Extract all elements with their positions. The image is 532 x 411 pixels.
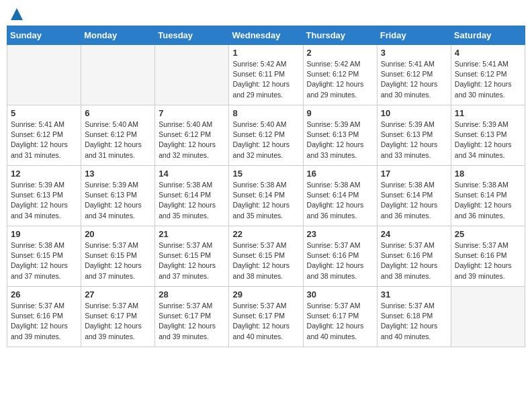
- calendar-cell: 6Sunrise: 5:40 AM Sunset: 6:12 PM Daylig…: [81, 105, 155, 166]
- calendar-cell: 9Sunrise: 5:39 AM Sunset: 6:13 PM Daylig…: [303, 105, 377, 166]
- day-info: Sunrise: 5:37 AM Sunset: 6:15 PM Dayligh…: [232, 240, 299, 281]
- day-number: 27: [85, 289, 151, 300]
- day-info: Sunrise: 5:38 AM Sunset: 6:14 PM Dayligh…: [232, 180, 299, 221]
- calendar-cell: 27Sunrise: 5:37 AM Sunset: 6:17 PM Dayli…: [81, 287, 155, 347]
- calendar-cell: 17Sunrise: 5:38 AM Sunset: 6:14 PM Dayli…: [377, 166, 451, 226]
- day-number: 9: [307, 108, 373, 118]
- day-number: 28: [159, 289, 225, 300]
- day-number: 2: [307, 48, 373, 58]
- calendar-cell: [451, 287, 525, 347]
- calendar-cell: [7, 45, 81, 105]
- day-number: 14: [159, 169, 225, 179]
- header-cell-tuesday: Tuesday: [155, 26, 229, 45]
- day-info: Sunrise: 5:39 AM Sunset: 6:13 PM Dayligh…: [307, 120, 373, 161]
- calendar-table: SundayMondayTuesdayWednesdayThursdayFrid…: [7, 26, 525, 347]
- calendar-cell: 5Sunrise: 5:41 AM Sunset: 6:12 PM Daylig…: [7, 105, 81, 166]
- day-info: Sunrise: 5:39 AM Sunset: 6:13 PM Dayligh…: [455, 120, 521, 161]
- calendar-cell: 25Sunrise: 5:37 AM Sunset: 6:16 PM Dayli…: [451, 226, 525, 287]
- day-info: Sunrise: 5:37 AM Sunset: 6:17 PM Dayligh…: [232, 301, 299, 342]
- day-number: 13: [85, 169, 151, 179]
- header-cell-wednesday: Wednesday: [229, 26, 303, 45]
- calendar-cell: 23Sunrise: 5:37 AM Sunset: 6:16 PM Dayli…: [303, 226, 377, 287]
- header-row: SundayMondayTuesdayWednesdayThursdayFrid…: [7, 26, 525, 45]
- day-number: 17: [381, 169, 447, 179]
- day-number: 26: [11, 289, 77, 300]
- calendar-cell: 26Sunrise: 5:37 AM Sunset: 6:16 PM Dayli…: [7, 287, 81, 347]
- day-number: 5: [11, 108, 77, 118]
- day-info: Sunrise: 5:38 AM Sunset: 6:14 PM Dayligh…: [307, 180, 373, 221]
- calendar-cell: 31Sunrise: 5:37 AM Sunset: 6:18 PM Dayli…: [377, 287, 451, 347]
- day-number: 22: [232, 229, 299, 239]
- day-number: 6: [85, 108, 151, 118]
- header-cell-sunday: Sunday: [7, 26, 81, 45]
- day-info: Sunrise: 5:38 AM Sunset: 6:15 PM Dayligh…: [11, 240, 77, 281]
- day-number: 15: [232, 169, 299, 179]
- calendar-cell: [81, 45, 155, 105]
- week-row-2: 5Sunrise: 5:41 AM Sunset: 6:12 PM Daylig…: [7, 105, 525, 166]
- day-info: Sunrise: 5:37 AM Sunset: 6:18 PM Dayligh…: [381, 301, 447, 342]
- week-row-3: 12Sunrise: 5:39 AM Sunset: 6:13 PM Dayli…: [7, 166, 525, 226]
- day-info: Sunrise: 5:42 AM Sunset: 6:11 PM Dayligh…: [232, 59, 299, 100]
- day-number: 25: [455, 229, 521, 239]
- day-number: 19: [11, 229, 77, 239]
- calendar-cell: 7Sunrise: 5:40 AM Sunset: 6:12 PM Daylig…: [155, 105, 229, 166]
- day-info: Sunrise: 5:41 AM Sunset: 6:12 PM Dayligh…: [455, 59, 521, 100]
- day-info: Sunrise: 5:37 AM Sunset: 6:17 PM Dayligh…: [159, 301, 225, 342]
- calendar-cell: 4Sunrise: 5:41 AM Sunset: 6:12 PM Daylig…: [451, 45, 525, 105]
- day-info: Sunrise: 5:37 AM Sunset: 6:17 PM Dayligh…: [307, 301, 373, 342]
- day-info: Sunrise: 5:37 AM Sunset: 6:16 PM Dayligh…: [455, 240, 521, 281]
- header-cell-monday: Monday: [81, 26, 155, 45]
- header-cell-friday: Friday: [377, 26, 451, 45]
- calendar-cell: 20Sunrise: 5:37 AM Sunset: 6:15 PM Dayli…: [81, 226, 155, 287]
- day-info: Sunrise: 5:39 AM Sunset: 6:13 PM Dayligh…: [85, 180, 151, 221]
- day-number: 24: [381, 229, 447, 239]
- calendar-cell: 10Sunrise: 5:39 AM Sunset: 6:13 PM Dayli…: [377, 105, 451, 166]
- calendar-cell: 28Sunrise: 5:37 AM Sunset: 6:17 PM Dayli…: [155, 287, 229, 347]
- calendar-cell: 15Sunrise: 5:38 AM Sunset: 6:14 PM Dayli…: [229, 166, 303, 226]
- calendar-cell: 8Sunrise: 5:40 AM Sunset: 6:12 PM Daylig…: [229, 105, 303, 166]
- calendar-cell: 13Sunrise: 5:39 AM Sunset: 6:13 PM Dayli…: [81, 166, 155, 226]
- day-info: Sunrise: 5:37 AM Sunset: 6:16 PM Dayligh…: [11, 301, 77, 342]
- day-number: 3: [381, 48, 447, 58]
- day-number: 10: [381, 108, 447, 118]
- day-number: 29: [232, 289, 299, 300]
- day-info: Sunrise: 5:37 AM Sunset: 6:16 PM Dayligh…: [307, 240, 373, 281]
- day-info: Sunrise: 5:40 AM Sunset: 6:12 PM Dayligh…: [85, 120, 151, 161]
- page-header: [7, 7, 525, 20]
- day-number: 1: [232, 48, 299, 58]
- calendar-cell: 21Sunrise: 5:37 AM Sunset: 6:15 PM Dayli…: [155, 226, 229, 287]
- calendar-header: SundayMondayTuesdayWednesdayThursdayFrid…: [7, 26, 525, 45]
- week-row-5: 26Sunrise: 5:37 AM Sunset: 6:16 PM Dayli…: [7, 287, 525, 347]
- calendar-cell: 29Sunrise: 5:37 AM Sunset: 6:17 PM Dayli…: [229, 287, 303, 347]
- day-info: Sunrise: 5:39 AM Sunset: 6:13 PM Dayligh…: [381, 120, 447, 161]
- week-row-4: 19Sunrise: 5:38 AM Sunset: 6:15 PM Dayli…: [7, 226, 525, 287]
- calendar-cell: 18Sunrise: 5:38 AM Sunset: 6:14 PM Dayli…: [451, 166, 525, 226]
- calendar-body: 1Sunrise: 5:42 AM Sunset: 6:11 PM Daylig…: [7, 45, 525, 347]
- day-number: 7: [159, 108, 225, 118]
- day-number: 23: [307, 229, 373, 239]
- calendar-cell: 3Sunrise: 5:41 AM Sunset: 6:12 PM Daylig…: [377, 45, 451, 105]
- calendar-cell: 14Sunrise: 5:38 AM Sunset: 6:14 PM Dayli…: [155, 166, 229, 226]
- svg-marker-0: [11, 8, 23, 20]
- calendar-cell: 11Sunrise: 5:39 AM Sunset: 6:13 PM Dayli…: [451, 105, 525, 166]
- day-number: 11: [455, 108, 521, 118]
- day-info: Sunrise: 5:41 AM Sunset: 6:12 PM Dayligh…: [11, 120, 77, 161]
- day-number: 4: [455, 48, 521, 58]
- logo-triangle-icon: [11, 8, 23, 20]
- day-info: Sunrise: 5:41 AM Sunset: 6:12 PM Dayligh…: [381, 59, 447, 100]
- day-info: Sunrise: 5:38 AM Sunset: 6:14 PM Dayligh…: [159, 180, 225, 221]
- calendar-cell: 1Sunrise: 5:42 AM Sunset: 6:11 PM Daylig…: [229, 45, 303, 105]
- header-cell-thursday: Thursday: [303, 26, 377, 45]
- day-info: Sunrise: 5:40 AM Sunset: 6:12 PM Dayligh…: [232, 120, 299, 161]
- day-info: Sunrise: 5:37 AM Sunset: 6:16 PM Dayligh…: [381, 240, 447, 281]
- day-info: Sunrise: 5:38 AM Sunset: 6:14 PM Dayligh…: [381, 180, 447, 221]
- day-number: 30: [307, 289, 373, 300]
- day-number: 8: [232, 108, 299, 118]
- calendar-cell: 19Sunrise: 5:38 AM Sunset: 6:15 PM Dayli…: [7, 226, 81, 287]
- day-number: 20: [85, 229, 151, 239]
- calendar-cell: 12Sunrise: 5:39 AM Sunset: 6:13 PM Dayli…: [7, 166, 81, 226]
- day-number: 21: [159, 229, 225, 239]
- day-info: Sunrise: 5:37 AM Sunset: 6:17 PM Dayligh…: [85, 301, 151, 342]
- day-number: 16: [307, 169, 373, 179]
- calendar-cell: 30Sunrise: 5:37 AM Sunset: 6:17 PM Dayli…: [303, 287, 377, 347]
